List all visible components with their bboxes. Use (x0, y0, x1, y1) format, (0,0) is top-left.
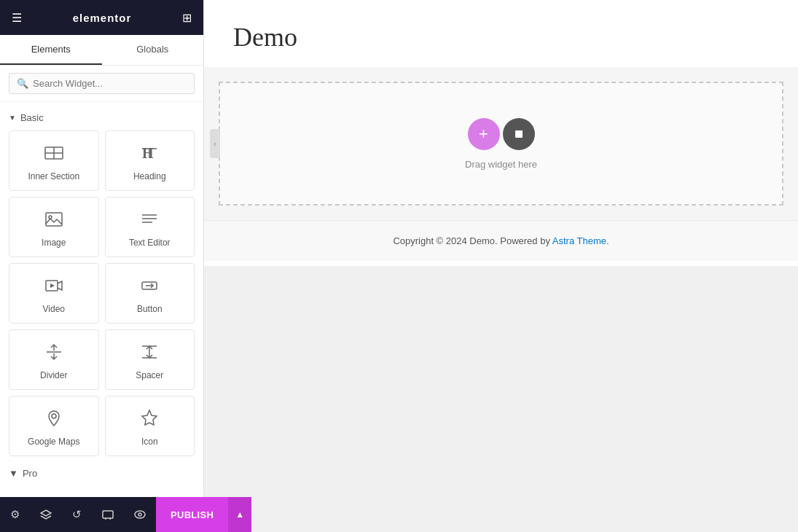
widget-text-editor[interactable]: Text Editor (105, 197, 195, 257)
responsive-button[interactable] (92, 497, 124, 532)
preview-button[interactable] (124, 497, 156, 532)
section-pro-label: Pro (23, 468, 37, 479)
drop-zone: ‹ + Drag widget here (219, 82, 783, 206)
hamburger-icon[interactable]: ☰ (12, 11, 22, 25)
inner-section-icon (44, 143, 64, 165)
text-editor-icon (139, 209, 160, 232)
svg-text:H: H (142, 145, 154, 161)
svg-rect-6 (46, 213, 62, 226)
drop-zone-buttons: + (468, 118, 535, 150)
widget-google-maps[interactable]: Google Maps (9, 396, 99, 456)
sidebar-bottom-bar: ⚙ ↺ P (0, 497, 204, 532)
widget-label-google-maps: Google Maps (28, 437, 79, 447)
widget-spacer[interactable]: Spacer (105, 329, 195, 390)
svg-marker-22 (41, 510, 51, 516)
widget-heading[interactable]: H Heading (105, 130, 195, 191)
widget-icon[interactable]: Icon (105, 396, 195, 456)
svg-point-21 (52, 414, 56, 418)
video-icon (44, 275, 64, 298)
footer-link[interactable]: Astra Theme (552, 235, 606, 246)
footer-area: Copyright © 2024 Demo. Powered by Astra … (204, 220, 798, 261)
google-maps-icon (44, 408, 64, 431)
gray-bottom-area (204, 266, 798, 532)
section-pro-header[interactable]: ▼ Pro (9, 462, 195, 482)
history-button[interactable]: ↺ (62, 497, 92, 532)
stop-button[interactable] (503, 118, 535, 150)
page-title-area: Demo (204, 0, 798, 67)
widget-label-heading: Heading (133, 171, 166, 181)
widget-label-divider: Divider (40, 370, 67, 380)
app-logo: elementor (73, 12, 132, 24)
main-content: Demo ‹ + Drag widget here Copyright © 20… (204, 0, 798, 532)
widget-label-text-editor: Text Editor (129, 238, 171, 248)
page-content: Demo ‹ + Drag widget here Copyright © 20… (204, 0, 798, 266)
heading-icon: H (139, 143, 160, 165)
svg-rect-28 (515, 130, 523, 138)
icon-widget-icon (139, 408, 160, 431)
svg-point-27 (138, 513, 141, 516)
drop-zone-label: Drag widget here (465, 159, 537, 170)
settings-button[interactable]: ⚙ (0, 497, 30, 532)
search-container: 🔍 (0, 66, 203, 102)
bottom-icon-group: ⚙ ↺ (0, 497, 156, 532)
add-section-button[interactable]: + (468, 118, 500, 150)
image-icon (44, 209, 64, 232)
widget-label-video: Video (43, 304, 65, 314)
layers-button[interactable] (30, 497, 62, 532)
publish-btn-group: PUBLISH ▲ (156, 497, 251, 532)
section-basic-label: Basic (20, 112, 44, 123)
grid-icon[interactable]: ⊞ (182, 11, 192, 25)
publish-arrow-button[interactable]: ▲ (228, 497, 251, 532)
search-icon: 🔍 (17, 78, 28, 89)
sidebar: ☰ elementor ⊞ Elements Globals 🔍 ▼ Basic (0, 0, 204, 532)
publish-button[interactable]: PUBLISH (156, 497, 228, 532)
sidebar-tabs: Elements Globals (0, 35, 203, 66)
sidebar-header: ☰ elementor ⊞ (0, 0, 203, 35)
widget-label-inner-section: Inner Section (28, 171, 79, 181)
footer-text: Copyright © 2024 Demo. Powered by (393, 235, 552, 246)
widget-button[interactable]: Button (105, 263, 195, 324)
footer-suffix: . (606, 235, 609, 246)
widget-label-spacer: Spacer (136, 370, 163, 380)
collapse-handle[interactable]: ‹ (210, 129, 220, 158)
widget-image[interactable]: Image (9, 197, 99, 257)
section-basic-arrow: ▼ (9, 114, 16, 122)
svg-rect-23 (103, 511, 113, 518)
button-icon (139, 275, 160, 298)
widget-grid-basic: Inner Section H Heading (9, 130, 195, 456)
widget-inner-section[interactable]: Inner Section (9, 130, 99, 191)
page-title: Demo (233, 22, 769, 52)
search-wrapper: 🔍 (9, 73, 195, 94)
widget-label-button: Button (137, 304, 163, 314)
search-input[interactable] (33, 78, 187, 89)
section-pro-arrow: ▼ (9, 468, 18, 479)
widget-label-image: Image (42, 238, 66, 248)
spacer-icon (139, 342, 160, 364)
widget-divider[interactable]: Divider (9, 329, 99, 390)
svg-marker-12 (50, 283, 55, 288)
section-basic-header[interactable]: ▼ Basic (9, 112, 195, 123)
widget-label-icon: Icon (141, 437, 158, 447)
svg-point-26 (135, 511, 145, 518)
tab-elements[interactable]: Elements (0, 35, 102, 65)
sidebar-content: ▼ Basic Inner Section H (0, 102, 203, 532)
widget-video[interactable]: Video (9, 263, 99, 324)
tab-globals[interactable]: Globals (102, 35, 204, 65)
divider-icon (44, 342, 64, 364)
